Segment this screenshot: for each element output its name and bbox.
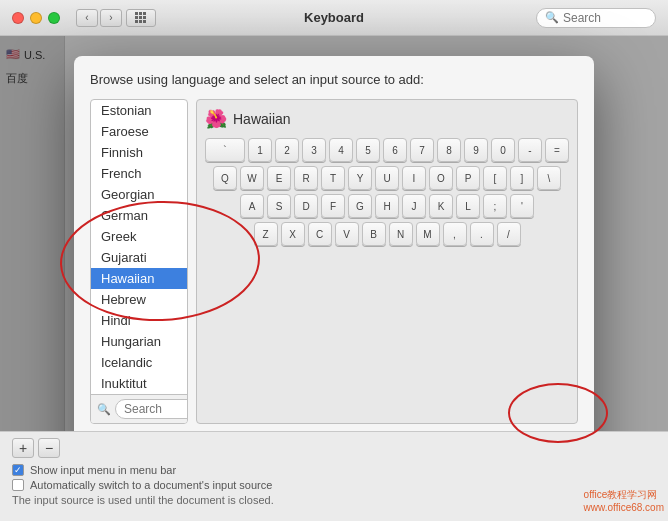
- keyboard-key[interactable]: ,: [443, 222, 467, 246]
- keyboard-key[interactable]: ': [510, 194, 534, 218]
- keyboard-key[interactable]: X: [281, 222, 305, 246]
- keyboard-key[interactable]: =: [545, 138, 569, 162]
- keyboard-key[interactable]: E: [267, 166, 291, 190]
- auto-switch-checkbox[interactable]: [12, 479, 24, 491]
- svg-rect-8: [143, 20, 146, 23]
- keyboard-key[interactable]: R: [294, 166, 318, 190]
- keyboard-key[interactable]: P: [456, 166, 480, 190]
- titlebar-search[interactable]: 🔍: [536, 8, 656, 28]
- forward-button[interactable]: ›: [100, 9, 122, 27]
- keyboard-key[interactable]: 4: [329, 138, 353, 162]
- fullscreen-button[interactable]: [48, 12, 60, 24]
- keyboard-key[interactable]: O: [429, 166, 453, 190]
- keyboard-key[interactable]: C: [308, 222, 332, 246]
- keyboard-key[interactable]: \: [537, 166, 561, 190]
- keyboard-header: 🌺 Hawaiian: [205, 108, 569, 130]
- keyboard-key[interactable]: 8: [437, 138, 461, 162]
- svg-rect-2: [143, 12, 146, 15]
- keyboard-key[interactable]: 7: [410, 138, 434, 162]
- language-list-item[interactable]: Inuktitut: [91, 373, 187, 394]
- back-button[interactable]: ‹: [76, 9, 98, 27]
- keyboard-key[interactable]: T: [321, 166, 345, 190]
- keyboard-preview-panel: 🌺 Hawaiian `1234567890-=QWERTYUIOP[]\ASD…: [196, 99, 578, 424]
- language-list-item[interactable]: Georgian: [91, 184, 187, 205]
- keyboard-key[interactable]: Y: [348, 166, 372, 190]
- main-content: 🇺🇸 U.S. 百度 Browse using language and sel…: [0, 36, 668, 521]
- keyboard-key[interactable]: 0: [491, 138, 515, 162]
- language-search-input[interactable]: [115, 399, 188, 419]
- keyboard-key[interactable]: -: [518, 138, 542, 162]
- grid-button[interactable]: [126, 9, 156, 27]
- keyboard-key[interactable]: H: [375, 194, 399, 218]
- keyboard-key[interactable]: S: [267, 194, 291, 218]
- svg-rect-3: [135, 16, 138, 19]
- language-list-item[interactable]: German: [91, 205, 187, 226]
- keyboard-key[interactable]: D: [294, 194, 318, 218]
- language-list-item[interactable]: Faroese: [91, 121, 187, 142]
- language-list-item[interactable]: Greek: [91, 226, 187, 247]
- language-list-container: EstonianFaroeseFinnishFrenchGeorgianGerm…: [90, 99, 188, 424]
- language-list-item[interactable]: Hungarian: [91, 331, 187, 352]
- keyboard-key[interactable]: ]: [510, 166, 534, 190]
- minimize-button[interactable]: [30, 12, 42, 24]
- remove-source-button[interactable]: −: [38, 438, 60, 458]
- keyboard-key[interactable]: 9: [464, 138, 488, 162]
- keyboard-key[interactable]: I: [402, 166, 426, 190]
- language-list-item[interactable]: Finnish: [91, 142, 187, 163]
- auto-switch-row: Automatically switch to a document's inp…: [12, 479, 656, 491]
- language-search-bar: 🔍: [91, 394, 187, 423]
- keyboard-key[interactable]: 2: [275, 138, 299, 162]
- keyboard-name: Hawaiian: [233, 111, 291, 127]
- show-input-menu-row: ✓ Show input menu in menu bar: [12, 464, 656, 476]
- language-list[interactable]: EstonianFaroeseFinnishFrenchGeorgianGerm…: [91, 100, 187, 394]
- keyboard-key[interactable]: 5: [356, 138, 380, 162]
- key-row: QWERTYUIOP[]\: [205, 166, 569, 190]
- keyboard-key[interactable]: 6: [383, 138, 407, 162]
- bottom-strip: + − ✓ Show input menu in menu bar Automa…: [0, 431, 668, 521]
- search-icon: 🔍: [97, 403, 111, 416]
- keyboard-key[interactable]: J: [402, 194, 426, 218]
- keyboard-key[interactable]: G: [348, 194, 372, 218]
- keyboard-key[interactable]: N: [389, 222, 413, 246]
- language-list-item[interactable]: Icelandic: [91, 352, 187, 373]
- language-list-item[interactable]: Gujarati: [91, 247, 187, 268]
- key-row: ZXCVBNM,./: [205, 222, 569, 246]
- keyboard-key[interactable]: W: [240, 166, 264, 190]
- svg-rect-0: [135, 12, 138, 15]
- grid-icon: [134, 11, 148, 25]
- keyboard-key[interactable]: F: [321, 194, 345, 218]
- keyboard-key[interactable]: ;: [483, 194, 507, 218]
- keyboard-key[interactable]: Z: [254, 222, 278, 246]
- keyboard-key[interactable]: A: [240, 194, 264, 218]
- keyboard-key[interactable]: [: [483, 166, 507, 190]
- nav-buttons: ‹ ›: [76, 9, 122, 27]
- keyboard-key[interactable]: L: [456, 194, 480, 218]
- titlebar-search-input[interactable]: [563, 11, 653, 25]
- keyboard-keys: `1234567890-=QWERTYUIOP[]\ASDFGHJKL;'ZXC…: [205, 138, 569, 246]
- info-text: The input source is used until the docum…: [12, 494, 656, 506]
- language-list-item[interactable]: Estonian: [91, 100, 187, 121]
- language-list-item[interactable]: Hebrew: [91, 289, 187, 310]
- keyboard-key[interactable]: K: [429, 194, 453, 218]
- keyboard-key[interactable]: B: [362, 222, 386, 246]
- search-icon: 🔍: [545, 11, 559, 24]
- keyboard-key[interactable]: U: [375, 166, 399, 190]
- keyboard-key[interactable]: /: [497, 222, 521, 246]
- shift-key[interactable]: `: [205, 138, 245, 162]
- keyboard-key[interactable]: 3: [302, 138, 326, 162]
- add-source-button[interactable]: +: [12, 438, 34, 458]
- keyboard-key[interactable]: 1: [248, 138, 272, 162]
- svg-rect-6: [135, 20, 138, 23]
- close-button[interactable]: [12, 12, 24, 24]
- keyboard-key[interactable]: V: [335, 222, 359, 246]
- show-input-menu-label: Show input menu in menu bar: [30, 464, 176, 476]
- auto-switch-label: Automatically switch to a document's inp…: [30, 479, 272, 491]
- language-list-item[interactable]: Hawaiian: [91, 268, 187, 289]
- language-list-item[interactable]: Hindi: [91, 310, 187, 331]
- keyboard-key[interactable]: Q: [213, 166, 237, 190]
- keyboard-key[interactable]: .: [470, 222, 494, 246]
- language-list-item[interactable]: French: [91, 163, 187, 184]
- add-input-source-dialog: Browse using language and select an inpu…: [74, 56, 594, 479]
- keyboard-key[interactable]: M: [416, 222, 440, 246]
- show-input-menu-checkbox[interactable]: ✓: [12, 464, 24, 476]
